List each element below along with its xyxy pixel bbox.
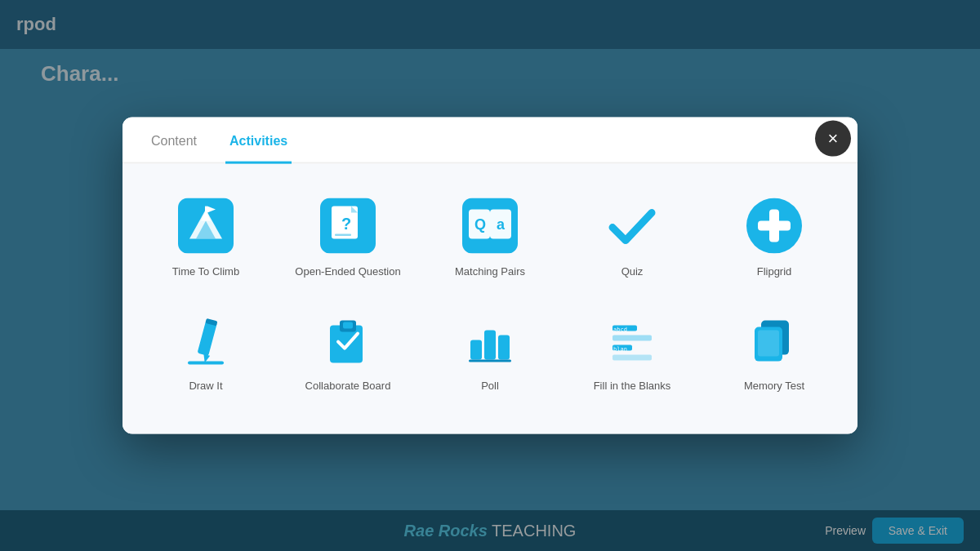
activity-poll[interactable]: Poll	[423, 303, 557, 402]
activity-matching-pairs[interactable]: Q a Matching Pairs	[423, 188, 557, 287]
svg-rect-31	[469, 360, 511, 362]
poll-icon	[461, 311, 519, 370]
time-to-climb-icon	[176, 196, 235, 255]
svg-text:Q: Q	[474, 216, 486, 232]
svg-rect-29	[484, 331, 496, 360]
open-ended-question-icon: ?	[318, 196, 377, 255]
modal-tabs: Content Activities	[122, 117, 858, 163]
matching-pairs-label: Matching Pairs	[455, 264, 525, 278]
svg-text:blan: blan	[613, 346, 627, 353]
svg-rect-27	[343, 322, 353, 329]
svg-rect-33	[612, 335, 652, 341]
tab-content[interactable]: Content	[147, 117, 201, 163]
draw-it-label: Draw It	[189, 380, 222, 393]
poll-label: Poll	[481, 380, 499, 393]
open-ended-question-label: Open-Ended Question	[295, 264, 400, 278]
activity-fill-in-the-blanks[interactable]: abcd blan Fill in the Blanks	[565, 303, 699, 402]
activities-grid: Time To Climb ?	[139, 188, 841, 402]
flipgrid-icon	[745, 196, 804, 255]
tab-activities[interactable]: Activities	[225, 117, 292, 163]
fill-in-the-blanks-label: Fill in the Blanks	[594, 380, 671, 393]
collaborate-board-label: Collaborate Board	[305, 380, 391, 393]
svg-text:a: a	[497, 216, 506, 232]
activity-draw-it[interactable]: Draw It	[139, 303, 273, 402]
svg-rect-11	[335, 233, 351, 236]
activities-modal: × Content Activities	[122, 117, 858, 434]
svg-rect-35	[612, 355, 652, 361]
collaborate-board-icon	[318, 311, 377, 370]
activity-quiz[interactable]: Quiz	[565, 188, 699, 287]
fill-in-the-blanks-icon: abcd blan	[603, 311, 662, 370]
matching-pairs-icon: Q a	[461, 196, 519, 255]
activity-flipgrid[interactable]: Flipgrid	[707, 188, 841, 287]
quiz-label: Quiz	[621, 264, 644, 278]
memory-test-icon	[745, 311, 804, 370]
modal-close-button[interactable]: ×	[815, 120, 851, 156]
draw-it-icon	[176, 311, 235, 370]
svg-rect-30	[498, 335, 510, 360]
modal-body: Time To Climb ?	[122, 163, 858, 434]
activity-open-ended-question[interactable]: ? Open-Ended Question	[281, 188, 415, 287]
activity-memory-test[interactable]: Memory Test	[707, 303, 841, 402]
memory-test-label: Memory Test	[744, 380, 804, 393]
activity-collaborate-board[interactable]: Collaborate Board	[281, 303, 415, 402]
activity-time-to-climb[interactable]: Time To Climb	[139, 188, 273, 287]
svg-text:abcd: abcd	[613, 327, 627, 333]
flipgrid-label: Flipgrid	[757, 264, 792, 278]
time-to-climb-label: Time To Climb	[172, 264, 239, 278]
svg-rect-28	[470, 340, 482, 360]
svg-rect-40	[758, 331, 779, 357]
svg-text:?: ?	[341, 214, 351, 232]
svg-rect-20	[758, 220, 791, 230]
quiz-icon	[603, 196, 662, 255]
